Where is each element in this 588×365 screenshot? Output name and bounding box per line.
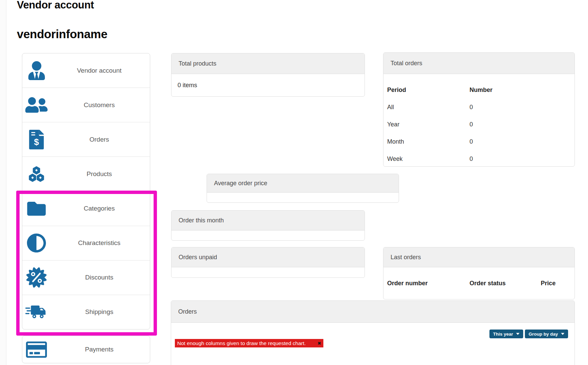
order-this-month-panel: Order this month <box>171 210 365 241</box>
average-order-price-panel: Average order price <box>207 174 399 203</box>
column-header: Period <box>387 87 470 94</box>
error-message: Not enough columns given to draw the req… <box>177 340 306 346</box>
close-icon[interactable]: ✖ <box>318 341 321 345</box>
sidebar-item-products[interactable]: Products <box>22 156 150 191</box>
badge-percent-icon <box>24 267 49 288</box>
sidebar-item-customers[interactable]: Customers <box>22 88 150 122</box>
cubes-icon <box>24 165 49 184</box>
svg-text:$: $ <box>34 137 39 147</box>
sidebar-item-characteristics[interactable]: Characteristics <box>22 226 150 260</box>
vendor-name-heading: vendorinfoname <box>17 26 107 42</box>
sidebar-item-label: Orders <box>49 136 150 143</box>
period-cell: Year <box>387 121 470 128</box>
period-filter-label: This year <box>493 332 513 337</box>
column-header: Order status <box>470 280 541 287</box>
chart-filters: This year Group by day <box>171 330 574 338</box>
groupby-filter-label: Group by day <box>529 332 558 337</box>
panel-title: Total orders <box>383 53 574 74</box>
column-header: Order number <box>387 280 470 287</box>
user-tie-icon <box>24 61 49 80</box>
last-orders-panel: Last orders Order number Order status Pr… <box>383 247 575 299</box>
sidebar-item-label: Shippings <box>49 308 150 316</box>
sidebar: Vendor account Customers $ Orders <box>22 53 150 330</box>
period-filter-dropdown[interactable]: This year <box>489 330 523 338</box>
panel-title: Order this month <box>171 211 365 230</box>
table-row: Week 0 <box>387 150 574 168</box>
sidebar-item-label: Products <box>49 170 150 178</box>
page-left-gutter <box>0 0 6 365</box>
total-orders-panel: Total orders Period Number All 0 Year 0 … <box>383 52 575 167</box>
last-orders-table-header: Order number Order status Price <box>383 267 574 299</box>
period-cell: Month <box>387 138 470 145</box>
user-friends-icon <box>24 96 49 114</box>
groupby-filter-dropdown[interactable]: Group by day <box>525 330 568 338</box>
table-row: Year 0 <box>387 116 574 133</box>
orders-unpaid-panel: Orders unpaid <box>171 247 365 278</box>
total-products-value: 0 items <box>171 74 365 96</box>
sidebar-item-label: Vendor account <box>49 67 150 74</box>
total-orders-table: Period Number All 0 Year 0 Month 0 Week … <box>383 74 574 168</box>
total-products-panel: Total products 0 items <box>171 53 365 97</box>
panel-title: Total products <box>171 53 365 74</box>
table-header-row: Period Number <box>387 81 574 99</box>
vendor-dashboard-page: Vendor account vendorinfoname Vendor acc… <box>0 0 588 365</box>
folder-icon <box>24 199 49 218</box>
panel-title: Orders unpaid <box>171 247 365 267</box>
credit-card-icon <box>24 340 49 359</box>
sidebar-item-vendor-account[interactable]: Vendor account <box>22 53 150 88</box>
number-cell: 0 <box>470 138 473 145</box>
panel-title: Average order price <box>207 174 399 193</box>
sidebar-item-label: Discounts <box>49 274 150 281</box>
column-header: Number <box>470 87 492 94</box>
half-circle-icon <box>24 233 49 253</box>
sidebar-item-shippings[interactable]: Shippings <box>22 295 150 329</box>
orders-chart-panel: Orders This year Group by day Not enough… <box>171 300 575 365</box>
column-header: Price <box>541 280 556 287</box>
sidebar-item-label: Categories <box>49 205 150 212</box>
panel-title: Last orders <box>383 247 574 267</box>
sidebar-item-discounts[interactable]: Discounts <box>22 260 150 295</box>
file-invoice-dollar-icon: $ <box>24 130 49 149</box>
chevron-down-icon <box>516 333 519 335</box>
panel-title: Orders <box>171 301 574 323</box>
period-cell: All <box>387 104 470 111</box>
period-cell: Week <box>387 155 470 163</box>
number-cell: 0 <box>470 104 473 111</box>
chart-error-banner: Not enough columns given to draw the req… <box>175 339 323 347</box>
sidebar-item-label: Payments <box>49 346 150 353</box>
sidebar-item-payments[interactable]: Payments <box>22 336 150 363</box>
table-row: All 0 <box>387 99 574 116</box>
truck-icon <box>24 303 49 321</box>
table-row: Month 0 <box>387 133 574 150</box>
chevron-down-icon <box>561 333 564 335</box>
number-cell: 0 <box>470 121 473 128</box>
sidebar-item-orders[interactable]: $ Orders <box>22 122 150 156</box>
sidebar-item-label: Characteristics <box>49 239 150 247</box>
sidebar-item-categories[interactable]: Categories <box>22 191 150 226</box>
number-cell: 0 <box>470 155 473 163</box>
sidebar-item-label: Customers <box>49 101 150 109</box>
page-title: Vendor account <box>17 0 94 12</box>
